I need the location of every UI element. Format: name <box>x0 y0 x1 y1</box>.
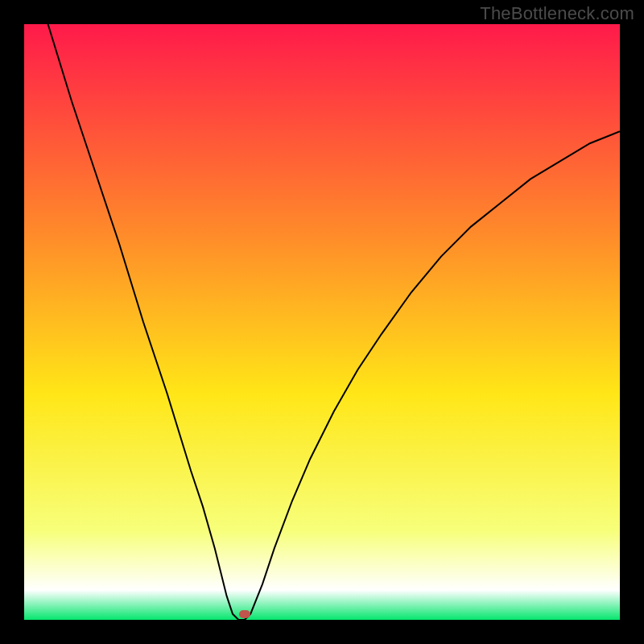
chart-canvas: TheBottleneck.com <box>0 0 644 644</box>
bottleneck-curve <box>24 24 620 620</box>
plot-area <box>24 24 620 620</box>
watermark-label: TheBottleneck.com <box>480 3 634 24</box>
optimum-marker <box>239 610 250 618</box>
